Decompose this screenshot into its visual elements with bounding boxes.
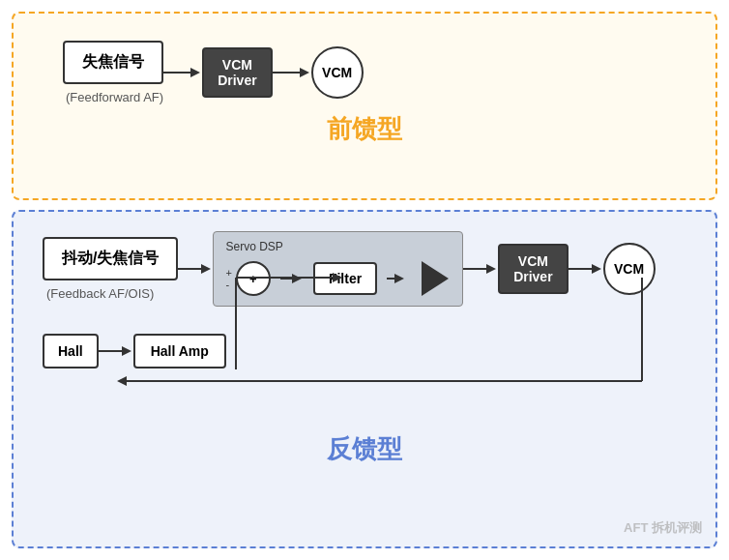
- svg-marker-7: [292, 274, 302, 283]
- vcm-driver-box-ff: VCMDriver: [202, 47, 272, 98]
- feedback-section: 抖动/失焦信号 (Feedback AF/OIS) Servo DSP +: [12, 210, 717, 548]
- minus-label: -: [225, 279, 231, 290]
- vcm-circle-ff: VCM: [311, 46, 364, 99]
- feedforward-section: 失焦信号 (Feedforward AF) VCMDriver VCM: [12, 12, 717, 200]
- svg-marker-11: [486, 264, 496, 274]
- watermark: AFT 拆机评测: [624, 519, 702, 537]
- shake-wrapper: 抖动/失焦信号 (Feedback AF/OIS): [43, 237, 178, 301]
- defocus-wrapper: 失焦信号 (Feedforward AF): [62, 41, 163, 104]
- arrow-to-vcmdriver: [463, 251, 498, 286]
- arrow-to-sum: [178, 251, 213, 286]
- hall-box: Hall: [43, 334, 99, 368]
- vcm-driver-box-fb: VCMDriver: [498, 244, 568, 294]
- feedforward-title: 前馈型: [33, 112, 696, 146]
- svg-marker-15: [122, 346, 131, 356]
- feedback-title: 反馈型: [33, 432, 696, 466]
- servo-dsp-container: Servo DSP + - +: [213, 231, 463, 307]
- defocus-signal-box: 失焦信号: [63, 41, 163, 84]
- feedback-diagram-area: 抖动/失焦信号 (Feedback AF/OIS) Servo DSP +: [33, 231, 696, 425]
- hall-amp-box: Hall Amp: [133, 334, 226, 368]
- svg-marker-1: [190, 68, 200, 77]
- arrow2: [273, 55, 311, 90]
- svg-marker-13: [592, 264, 601, 274]
- plus-minus-labels: + -: [225, 267, 231, 290]
- servo-inner-row: + - + Filter: [225, 261, 451, 296]
- triangle-amplifier: [422, 261, 449, 296]
- feedback-top-row: 抖动/失焦信号 (Feedback AF/OIS) Servo DSP +: [43, 231, 696, 307]
- arrow-filter-to-amp: [387, 261, 410, 296]
- feedforward-row: 失焦信号 (Feedforward AF) VCMDriver VCM: [62, 41, 364, 104]
- arrow-sum-to-filter: [280, 261, 304, 296]
- arrow-hall-to-hallamp: [99, 334, 133, 368]
- vcm-circle-fb: VCM: [603, 243, 656, 295]
- feedforward-subtitle: (Feedforward AF): [66, 90, 163, 104]
- feedforward-diagram: 失焦信号 (Feedforward AF) VCMDriver VCM: [33, 29, 696, 104]
- sum-symbol: +: [249, 272, 257, 286]
- arrow-vcmdriver-to-vcm: [569, 251, 603, 286]
- feedback-subtitle: (Feedback AF/OIS): [46, 286, 154, 301]
- plus-label: +: [225, 267, 231, 279]
- svg-marker-9: [394, 274, 404, 283]
- servo-dsp-label: Servo DSP: [225, 240, 451, 253]
- filter-box: Filter: [313, 262, 377, 295]
- shake-signal-box: 抖动/失焦信号: [43, 237, 178, 280]
- svg-marker-3: [300, 68, 309, 77]
- summing-junction: +: [236, 261, 271, 296]
- svg-marker-5: [201, 264, 211, 274]
- arrow1: [163, 55, 202, 90]
- main-container: 失焦信号 (Feedforward AF) VCMDriver VCM: [0, 0, 729, 560]
- feedback-bottom-row: Hall Hall Amp: [43, 334, 696, 368]
- svg-marker-21: [117, 376, 127, 386]
